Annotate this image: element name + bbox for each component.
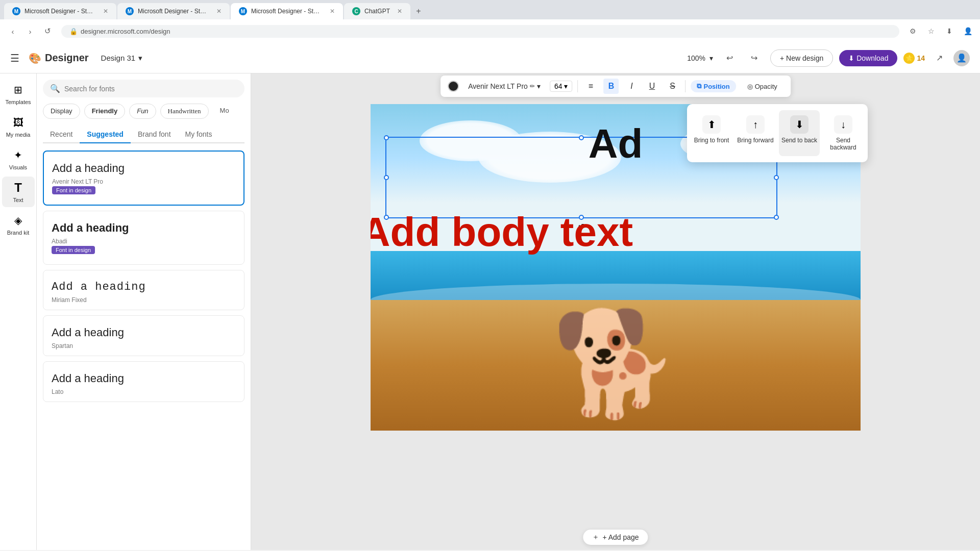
tab-2[interactable]: M Microsoft Designer - Stunning ✕	[117, 3, 230, 19]
tab-1-close[interactable]: ✕	[103, 8, 108, 15]
font-panel: 🔍 Display Friendly Fun Handwritten Mo Re…	[37, 73, 251, 550]
chip-display[interactable]: Display	[43, 104, 80, 119]
font-card-miriam[interactable]: Add a heading Miriam Fixed	[43, 270, 244, 310]
text-icon: T	[11, 181, 26, 195]
font-tabs: Recent Suggested Brand font My fonts	[43, 126, 244, 143]
strikethrough-button[interactable]: S	[665, 79, 680, 94]
sidebar-nav: ⊞ Templates 🖼 My media ✦ Visuals T Text …	[0, 73, 37, 550]
filter-chips: Display Friendly Fun Handwritten Mo	[43, 104, 244, 119]
brand-kit-icon: ◈	[11, 213, 26, 228]
my-media-icon: 🖼	[11, 115, 26, 130]
text-color-picker[interactable]	[448, 81, 459, 92]
back-button[interactable]: ‹	[5, 23, 20, 39]
coin-icon: ⭐	[903, 53, 915, 64]
chip-fun[interactable]: Fun	[129, 104, 156, 119]
search-icon: 🔍	[50, 84, 60, 93]
send-backward-item[interactable]: ↓ Send backward	[823, 110, 864, 156]
download-button[interactable]: ⬇ Download	[839, 50, 897, 66]
url-box[interactable]: 🔒 designer.microsoft.com/design	[61, 25, 899, 38]
chevron-down-icon-zoom: ▾	[709, 54, 713, 62]
align-button[interactable]: ≡	[583, 79, 598, 94]
new-tab-button[interactable]: +	[411, 4, 426, 18]
tab-recent[interactable]: Recent	[43, 126, 80, 142]
zoom-control[interactable]: 100% ▾	[687, 54, 713, 62]
templates-icon: ⊞	[11, 83, 26, 97]
tab-2-close[interactable]: ✕	[216, 8, 222, 15]
font-card-avenir[interactable]: Add a heading Avenir Next LT Pro Font in…	[43, 151, 244, 206]
profile-menu-icon[interactable]: 👤	[961, 24, 975, 38]
bring-forward-icon: ↑	[746, 115, 765, 134]
bring-forward-item[interactable]: ↑ Bring forward	[735, 110, 776, 156]
font-in-design-badge-abadi: Font in design	[52, 246, 95, 254]
download-manager-icon[interactable]: ⬇	[942, 24, 957, 38]
search-input[interactable]	[64, 85, 237, 93]
chevron-down-icon-font: ▾	[537, 82, 541, 90]
bold-button[interactable]: B	[603, 79, 619, 94]
send-backward-icon: ↓	[834, 115, 852, 134]
sidebar-item-brand-kit[interactable]: ◈ Brand kit	[2, 209, 35, 240]
address-bar: ‹ › ↺ 🔒 designer.microsoft.com/design ⚙ …	[0, 19, 980, 43]
extensions-icon[interactable]: ⚙	[905, 24, 920, 38]
bookmark-icon[interactable]: ☆	[924, 24, 938, 38]
app-header: ☰ 🎨 Designer Design 31 ▾ 100% ▾ ↩ ↪ + Ne…	[0, 43, 980, 73]
tab-4[interactable]: C ChatGPT ✕	[344, 3, 410, 19]
tab-brand-font[interactable]: Brand font	[131, 126, 178, 142]
position-icon: ⧉	[697, 82, 701, 90]
undo-button[interactable]: ↩	[721, 50, 738, 66]
tab-3[interactable]: M Microsoft Designer - Stunning ✕	[231, 3, 343, 19]
chip-handwritten[interactable]: Handwritten	[160, 104, 209, 119]
edit-icon: ✏	[530, 83, 535, 90]
share-button[interactable]: ↗	[931, 50, 947, 66]
reload-button[interactable]: ↺	[40, 23, 55, 39]
tab-my-fonts[interactable]: My fonts	[178, 126, 219, 142]
underline-button[interactable]: U	[644, 79, 659, 94]
tab-3-close[interactable]: ✕	[330, 8, 335, 15]
profile-avatar[interactable]: 👤	[953, 50, 970, 66]
sidebar-item-text[interactable]: T Text	[2, 177, 35, 207]
font-card-lato[interactable]: Add a heading Lato	[43, 361, 244, 402]
design-title[interactable]: Design 31 ▾	[97, 52, 147, 65]
font-in-design-badge-avenir: Font in design	[52, 186, 95, 194]
sidebar-item-visuals[interactable]: ✦ Visuals	[2, 144, 35, 174]
visuals-icon: ✦	[11, 148, 26, 162]
chip-friendly[interactable]: Friendly	[84, 104, 126, 119]
browser-chrome: M Microsoft Designer - Stunning ✕ M Micr…	[0, 0, 980, 43]
redo-button[interactable]: ↪	[746, 50, 762, 66]
logo-icon: 🎨	[28, 51, 42, 65]
chevron-down-icon: ▾	[138, 54, 142, 63]
bring-to-front-item[interactable]: ⬆ Bring to front	[691, 110, 732, 156]
bring-to-front-icon: ⬆	[702, 115, 721, 134]
tab-suggested[interactable]: Suggested	[80, 126, 131, 143]
italic-button[interactable]: I	[624, 79, 639, 94]
tab-1[interactable]: M Microsoft Designer - Stunning ✕	[4, 3, 116, 19]
sidebar-item-templates[interactable]: ⊞ Templates	[2, 79, 35, 109]
new-design-button[interactable]: + New design	[770, 49, 833, 67]
sidebar-item-my-media[interactable]: 🖼 My media	[2, 111, 35, 142]
font-selector[interactable]: Avenir Next LT Pro ✏ ▾	[464, 80, 545, 92]
coins-display: ⭐ 14	[903, 53, 925, 64]
app-logo: 🎨 Designer	[28, 51, 89, 65]
font-size-control[interactable]: 64 ▾	[550, 81, 573, 92]
opacity-button[interactable]: ◎ Opacity	[741, 81, 783, 92]
dog-image: 🐕	[552, 312, 679, 414]
search-box[interactable]: 🔍	[43, 80, 244, 97]
url-text: designer.microsoft.com/design	[81, 28, 170, 35]
opacity-icon: ◎	[747, 83, 753, 90]
text-toolbar: Avenir Next LT Pro ✏ ▾ 64 ▾ ≡ B I U S ⧉ …	[440, 76, 791, 97]
tab-4-close[interactable]: ✕	[397, 8, 402, 15]
font-card-spartan[interactable]: Add a heading Spartan	[43, 315, 244, 356]
forward-button[interactable]: ›	[22, 23, 38, 39]
tab-bar: M Microsoft Designer - Stunning ✕ M Micr…	[0, 0, 980, 19]
chevron-down-icon-size: ▾	[564, 82, 568, 90]
heading-partial-text: Ad	[589, 120, 643, 167]
position-button[interactable]: ⧉ Position	[691, 80, 736, 92]
chip-more[interactable]: Mo	[213, 104, 236, 119]
send-to-back-icon: ⬇	[790, 115, 808, 134]
font-card-abadi[interactable]: Add a heading Abadi Font in design	[43, 211, 244, 265]
add-page-button[interactable]: ＋ + Add page	[583, 530, 648, 545]
canvas-area: Avenir Next LT Pro ✏ ▾ 64 ▾ ≡ B I U S ⧉ …	[251, 73, 980, 550]
body-text[interactable]: Add body text	[371, 209, 633, 256]
position-dropdown: ⬆ Bring to front ↑ Bring forward ⬇ Send …	[687, 104, 868, 162]
send-to-back-item[interactable]: ⬇ Send to back	[779, 110, 820, 156]
hamburger-menu[interactable]: ☰	[10, 52, 19, 64]
